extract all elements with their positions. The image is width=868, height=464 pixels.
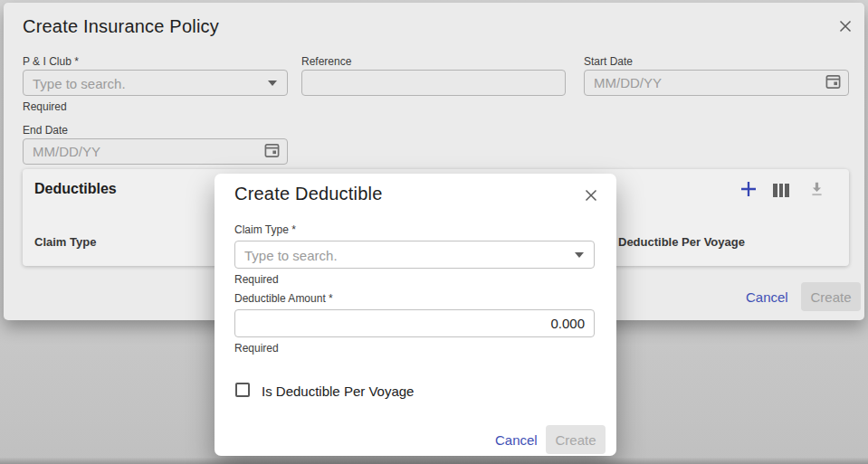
calendar-icon[interactable] [263, 141, 281, 162]
column-header-claim-type: Claim Type [34, 235, 96, 249]
create-deductible-dialog: Create Deductible Claim Type * Type to s… [215, 174, 616, 456]
reference-input[interactable] [302, 71, 565, 95]
policy-dialog-title: Create Insurance Policy [23, 16, 219, 37]
club-required-helper: Required [23, 100, 67, 113]
close-icon [836, 23, 854, 38]
deductible-amount-input[interactable] [235, 310, 594, 336]
deductible-dialog-title: Create Deductible [234, 184, 383, 204]
deductible-create-button[interactable]: Create [546, 425, 606, 454]
start-date-field-box [584, 70, 849, 96]
per-voyage-checkbox-label[interactable]: Is Deductible Per Voyage [262, 384, 414, 399]
policy-close-button[interactable] [836, 17, 854, 35]
claim-type-label: Claim Type * [234, 223, 296, 236]
claim-type-required-helper: Required [234, 273, 279, 286]
end-date-label: End Date [23, 124, 68, 137]
amount-required-helper: Required [234, 342, 279, 355]
deductible-amount-label: Deductible Amount * [234, 292, 333, 305]
columns-icon [773, 182, 793, 197]
claim-type-select[interactable]: Type to search. [234, 241, 595, 269]
chevron-down-icon [268, 80, 277, 86]
club-placeholder: Type to search. [33, 75, 126, 90]
download-icon [808, 185, 825, 201]
end-date-input[interactable] [24, 139, 287, 164]
download-button[interactable] [808, 181, 828, 201]
start-date-label: Start Date [584, 55, 633, 68]
club-select[interactable]: Type to search. [23, 70, 288, 96]
backdrop-bottom-edge [0, 458, 868, 464]
club-label: P & I Club * [23, 55, 79, 68]
add-deductible-button[interactable] [739, 179, 758, 199]
end-date-field-box [23, 138, 288, 165]
deductible-close-button[interactable] [582, 186, 600, 204]
close-icon [582, 192, 600, 207]
deductible-amount-field-box [234, 309, 595, 337]
chevron-down-icon [575, 252, 584, 258]
reference-field-box [301, 70, 566, 96]
policy-cancel-button[interactable]: Cancel [746, 289, 788, 305]
claim-type-placeholder: Type to search. [244, 247, 338, 262]
calendar-icon[interactable] [825, 72, 842, 93]
policy-create-button[interactable]: Create [801, 282, 861, 311]
deductibles-title: Deductibles [34, 181, 117, 197]
plus-icon [739, 186, 758, 202]
deductible-cancel-button[interactable]: Cancel [495, 432, 538, 448]
column-settings-button[interactable] [773, 182, 793, 202]
start-date-input[interactable] [585, 71, 848, 95]
column-header-deductible-per-voyage: Deductible Per Voyage [618, 235, 745, 249]
reference-label: Reference [301, 55, 351, 68]
per-voyage-checkbox[interactable] [235, 383, 250, 397]
